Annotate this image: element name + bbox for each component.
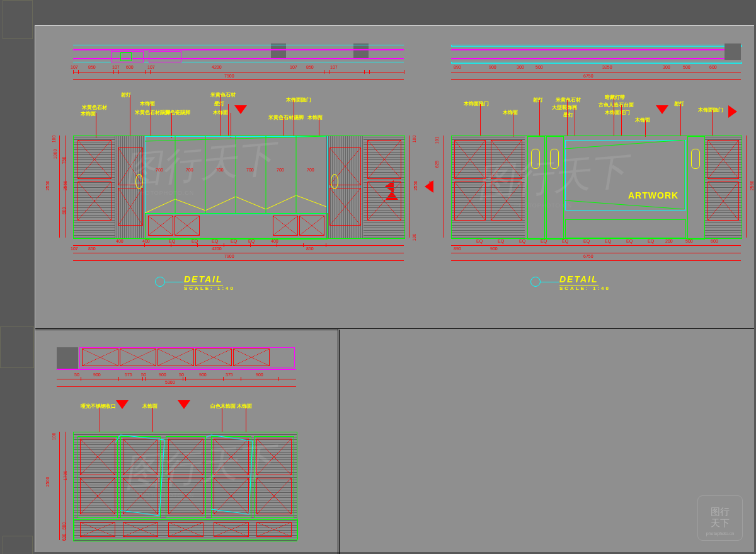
elevation-A: 700 700 700 700 700 700 bbox=[73, 136, 405, 239]
elevation-C bbox=[73, 432, 297, 541]
title-B: DETAIL SCALE: 1:40 bbox=[559, 274, 610, 291]
divider-v bbox=[338, 328, 338, 554]
center-glass-icon bbox=[145, 136, 326, 213]
title-A: DETAIL SCALE: 1:40 bbox=[184, 274, 235, 291]
cad-sheet: 107 850 107 600 107 4200 107 850 107 790… bbox=[35, 25, 754, 552]
watermark-logo: 图行天下photophoto.cn bbox=[697, 495, 743, 541]
divider-h bbox=[35, 328, 754, 329]
section-arrow-icon bbox=[234, 105, 247, 114]
artwork-label: ARTWORK bbox=[628, 190, 679, 200]
elevation-B: ARTWORK bbox=[451, 136, 742, 239]
